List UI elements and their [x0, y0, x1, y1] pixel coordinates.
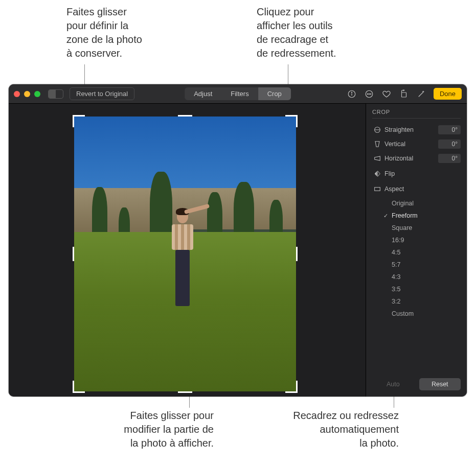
crop-frame[interactable] — [74, 116, 296, 391]
auto-button[interactable]: Auto — [372, 378, 414, 390]
photos-edit-window: Revert to Original Adjust Filters Crop D… — [9, 84, 467, 397]
svg-point-5 — [369, 94, 370, 95]
aspect-option-original[interactable]: Original — [384, 197, 461, 209]
crop-handle-top-right[interactable] — [285, 115, 298, 127]
toolbar-right: Done — [347, 88, 462, 100]
aspect-option-custom[interactable]: Custom — [384, 308, 461, 320]
crop-sidebar: CROP Straighten 0° Vertical 0° Horizo — [366, 104, 467, 397]
minimize-window-button[interactable] — [24, 91, 30, 97]
straighten-label: Straighten — [382, 126, 438, 133]
aspect-option-4-5[interactable]: 4:5 — [384, 246, 461, 259]
svg-point-4 — [367, 94, 368, 95]
vertical-label: Vertical — [382, 141, 438, 148]
aspect-label: Aspect — [382, 185, 404, 193]
enhance-icon[interactable] — [416, 89, 426, 99]
reset-button[interactable]: Reset — [419, 378, 461, 390]
horizontal-perspective-icon — [372, 154, 382, 162]
aspect-option-3-5[interactable]: 3:5 — [384, 283, 461, 295]
info-icon[interactable] — [347, 89, 357, 99]
aspect-option-square[interactable]: Square — [384, 222, 461, 234]
vertical-perspective-icon — [372, 140, 382, 148]
aspect-option-4-3[interactable]: 4:3 — [384, 271, 461, 283]
aspect-option-16-9[interactable]: 16:9 — [384, 234, 461, 246]
crop-handle-top[interactable] — [178, 115, 192, 116]
tab-adjust[interactable]: Adjust — [185, 87, 221, 100]
crop-handle-bottom-right[interactable] — [285, 381, 298, 393]
more-icon[interactable] — [364, 89, 374, 99]
photo-content[interactable] — [74, 116, 296, 391]
favorite-icon[interactable] — [381, 89, 392, 99]
callout-crop-tab: Cliquez pourafficher les outilsde recadr… — [257, 5, 336, 60]
callout-crop-handle: Faites glisserpour définir lazone de la … — [66, 5, 142, 60]
done-button[interactable]: Done — [434, 88, 462, 100]
close-window-button[interactable] — [14, 91, 20, 97]
vertical-value[interactable]: 0° — [438, 139, 461, 149]
aspect-icon — [372, 185, 382, 193]
callout-auto: Recadrez ou redressezautomatiquementla p… — [271, 409, 399, 450]
crop-handle-top-left[interactable] — [73, 115, 85, 127]
straighten-icon — [372, 126, 382, 134]
aspect-list: OriginalFreeformSquare16:94:55:74:33:53:… — [384, 197, 461, 320]
revert-to-original-button[interactable]: Revert to Original — [70, 87, 134, 100]
callout-drag-photo: Faites glisser pourmodifier la partie de… — [86, 409, 214, 450]
aspect-section[interactable]: Aspect — [372, 183, 461, 195]
sidebar-title: CROP — [372, 109, 461, 119]
rotate-icon[interactable] — [399, 89, 409, 99]
edit-tabs: Adjust Filters Crop — [185, 87, 291, 100]
flip-label: Flip — [382, 170, 395, 177]
aspect-option-3-2[interactable]: 3:2 — [384, 295, 461, 308]
titlebar: Revert to Original Adjust Filters Crop D… — [9, 84, 467, 104]
tab-filters[interactable]: Filters — [221, 87, 258, 100]
flip-icon — [372, 170, 382, 178]
tab-crop[interactable]: Crop — [258, 87, 291, 100]
vertical-control[interactable]: Vertical 0° — [372, 138, 461, 150]
view-toggle[interactable] — [48, 89, 63, 99]
crop-handle-bottom[interactable] — [178, 391, 192, 393]
crop-handle-bottom-left[interactable] — [73, 381, 85, 393]
window-controls — [14, 91, 40, 97]
crop-handle-left[interactable] — [73, 247, 74, 261]
svg-point-6 — [370, 94, 371, 95]
svg-point-2 — [351, 92, 352, 92]
svg-rect-10 — [375, 188, 380, 191]
svg-rect-7 — [401, 92, 406, 97]
flip-button[interactable]: Flip — [372, 168, 461, 180]
horizontal-label: Horizontal — [382, 155, 438, 162]
fullscreen-window-button[interactable] — [34, 91, 40, 97]
horizontal-control[interactable]: Horizontal 0° — [372, 152, 461, 165]
straighten-control[interactable]: Straighten 0° — [372, 124, 461, 136]
crop-handle-right[interactable] — [296, 247, 298, 261]
aspect-option-5-7[interactable]: 5:7 — [384, 259, 461, 271]
aspect-option-freeform[interactable]: Freeform — [384, 209, 461, 222]
horizontal-value[interactable]: 0° — [438, 154, 461, 163]
photo-canvas[interactable] — [9, 104, 366, 397]
straighten-value[interactable]: 0° — [438, 125, 461, 134]
